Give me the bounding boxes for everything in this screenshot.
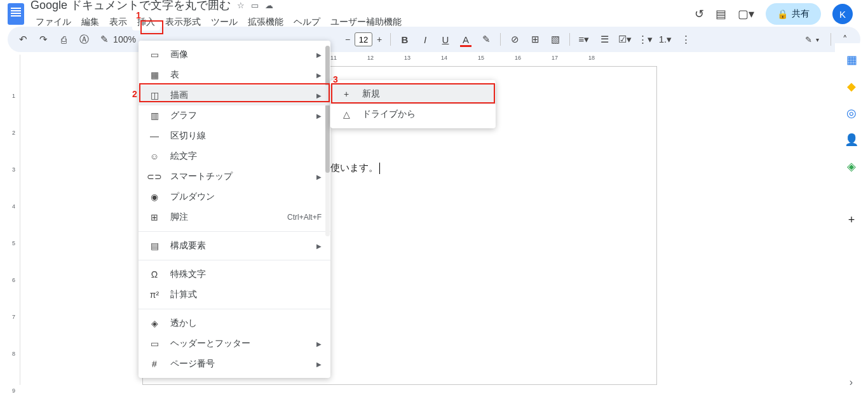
align-button[interactable]: ≡▾ xyxy=(575,30,593,48)
menu-help[interactable]: ヘルプ xyxy=(288,14,325,30)
drawing-icon: ◫ xyxy=(147,90,161,100)
submenu-arrow-icon: ▶ xyxy=(316,51,322,58)
drawing-submenu-item-plus[interactable]: +新規 xyxy=(330,84,496,104)
drawing-submenu: +新規△ドライブから xyxy=(330,80,496,128)
numbered-list-button[interactable]: 1.▾ xyxy=(656,30,674,48)
menu-item-label: プルダウン xyxy=(170,191,215,203)
zoom-select[interactable]: 100% xyxy=(116,30,133,48)
move-icon[interactable]: ▭ xyxy=(251,1,259,10)
undo-button[interactable]: ↶ xyxy=(14,30,32,48)
table-icon: ▦ xyxy=(147,70,161,80)
submenu-item-label: 新規 xyxy=(362,88,380,100)
lock-icon: 🔒 xyxy=(777,9,788,19)
insert-menu-item-hr[interactable]: ―区切り線 xyxy=(139,126,330,146)
add-on-button[interactable]: + xyxy=(845,213,858,226)
comment-icon[interactable]: ▤ xyxy=(715,7,726,21)
tasks-icon[interactable]: ◎ xyxy=(845,107,858,119)
side-panel: ▦ ◆ ◎ 👤 ◈ + xyxy=(835,43,868,226)
callout-1: 1 xyxy=(136,10,141,20)
omega-icon: Ω xyxy=(147,269,161,279)
menu-view[interactable]: 表示 xyxy=(104,14,132,30)
redo-button[interactable]: ↷ xyxy=(34,30,52,48)
menu-item-label: 画像 xyxy=(170,49,188,60)
cloud-save-icon[interactable]: ☁ xyxy=(265,1,273,10)
meet-icon[interactable]: ▢▾ xyxy=(738,7,754,21)
chart-icon: ▥ xyxy=(147,111,161,121)
menu-extensions[interactable]: 拡張機能 xyxy=(243,14,288,30)
spellcheck-button[interactable]: Ⓐ xyxy=(75,30,93,48)
docs-logo-icon[interactable] xyxy=(8,3,24,25)
share-label: 共有 xyxy=(792,8,810,20)
calendar-icon[interactable]: ▦ xyxy=(845,53,858,66)
header-icon: ▭ xyxy=(147,339,161,349)
insert-menu-item-image[interactable]: ▭画像▶ xyxy=(139,44,330,65)
insert-menu-item-block[interactable]: ▤構成要素▶ xyxy=(139,236,330,256)
contacts-icon[interactable]: 👤 xyxy=(845,133,858,146)
submenu-arrow-icon: ▶ xyxy=(316,340,322,347)
history-icon[interactable]: ↺ xyxy=(695,7,704,21)
submenu-arrow-icon: ▶ xyxy=(316,243,322,250)
drive-icon: △ xyxy=(339,109,353,119)
print-button[interactable]: ⎙ xyxy=(55,30,72,48)
more-options-button[interactable]: ⋮ xyxy=(677,30,695,48)
drawing-submenu-item-drive[interactable]: △ドライブから xyxy=(330,104,496,124)
bulleted-list-button[interactable]: ⋮▾ xyxy=(636,30,654,48)
paint-format-button[interactable]: ✎ xyxy=(95,30,113,48)
insert-menu-item-chart[interactable]: ▥グラフ▶ xyxy=(139,105,330,126)
insert-menu-item-pi[interactable]: π²計算式 xyxy=(139,285,330,305)
vertical-ruler: 12345678910 xyxy=(8,55,20,385)
font-size-input[interactable] xyxy=(355,32,372,46)
underline-button[interactable]: U xyxy=(437,30,454,48)
share-button[interactable]: 🔒 共有 xyxy=(766,3,821,25)
hr-icon: ― xyxy=(147,131,161,141)
insert-menu-item-footnote[interactable]: ⊞脚注Ctrl+Alt+F xyxy=(139,207,330,227)
menu-item-label: 区切り線 xyxy=(170,130,206,142)
menu-file[interactable]: ファイル xyxy=(31,14,76,30)
insert-menu-item-hash[interactable]: #ページ番号▶ xyxy=(139,354,330,374)
submenu-arrow-icon: ▶ xyxy=(316,72,322,79)
expand-side-panel-icon[interactable]: › xyxy=(850,377,853,388)
insert-menu-item-pulldown[interactable]: ◉プルダウン xyxy=(139,187,330,207)
chip-icon: ⊂⊃ xyxy=(147,172,161,182)
menu-item-label: 透かし xyxy=(170,318,197,329)
italic-button[interactable]: I xyxy=(416,30,434,48)
insert-menu-item-chip[interactable]: ⊂⊃スマートチップ▶ xyxy=(139,166,330,187)
account-avatar[interactable]: K xyxy=(832,4,853,24)
insert-link-button[interactable]: ⊘ xyxy=(506,30,524,48)
text-color-button[interactable]: A xyxy=(457,30,475,48)
menu-format[interactable]: 表示形式 xyxy=(160,14,206,30)
pi-icon: π² xyxy=(147,290,161,300)
insert-menu-dropdown: ▭画像▶▦表▶◫描画▶▥グラフ▶―区切り線☺絵文字⊂⊃スマートチップ▶◉プルダウ… xyxy=(139,41,330,378)
insert-menu-item-header[interactable]: ▭ヘッダーとフッター▶ xyxy=(139,333,330,354)
bold-button[interactable]: B xyxy=(396,30,414,48)
menu-tools[interactable]: ツール xyxy=(206,14,243,30)
document-title[interactable]: Google ドキュメントで文字を丸で囲む xyxy=(31,0,231,13)
submenu-arrow-icon: ▶ xyxy=(316,361,322,368)
watermark-icon: ◈ xyxy=(147,318,161,328)
insert-menu-item-table[interactable]: ▦表▶ xyxy=(139,65,330,85)
menu-accessibility[interactable]: ユーザー補助機能 xyxy=(325,14,407,30)
insert-image-button[interactable]: ▧ xyxy=(546,30,564,48)
font-size-minus[interactable]: − xyxy=(342,34,353,44)
callout-2: 2 xyxy=(132,89,137,99)
highlight-color-button[interactable]: ✎ xyxy=(477,30,495,48)
menu-item-label: 表 xyxy=(170,69,179,81)
menu-edit[interactable]: 編集 xyxy=(76,14,104,30)
menu-item-label: 描画 xyxy=(170,90,188,101)
menu-item-label: ヘッダーとフッター xyxy=(170,338,250,349)
maps-icon[interactable]: ◈ xyxy=(845,160,858,173)
menu-item-label: 構成要素 xyxy=(170,240,206,252)
editing-mode-button[interactable]: ✎ ▾ xyxy=(799,35,825,44)
insert-menu-item-omega[interactable]: Ω特殊文字 xyxy=(139,264,330,285)
insert-menu-item-emoji[interactable]: ☺絵文字 xyxy=(139,146,330,166)
pulldown-icon: ◉ xyxy=(147,192,161,202)
insert-menu-item-drawing[interactable]: ◫描画▶ xyxy=(139,85,330,105)
insert-comment-button[interactable]: ⊞ xyxy=(526,30,544,48)
keep-icon[interactable]: ◆ xyxy=(845,80,858,93)
insert-menu-item-watermark[interactable]: ◈透かし xyxy=(139,313,330,333)
font-size-plus[interactable]: + xyxy=(374,34,385,44)
checklist-button[interactable]: ☑▾ xyxy=(616,30,634,48)
line-spacing-button[interactable]: ☰ xyxy=(595,30,613,48)
star-icon[interactable]: ☆ xyxy=(237,1,245,10)
menu-item-label: 絵文字 xyxy=(170,151,197,162)
